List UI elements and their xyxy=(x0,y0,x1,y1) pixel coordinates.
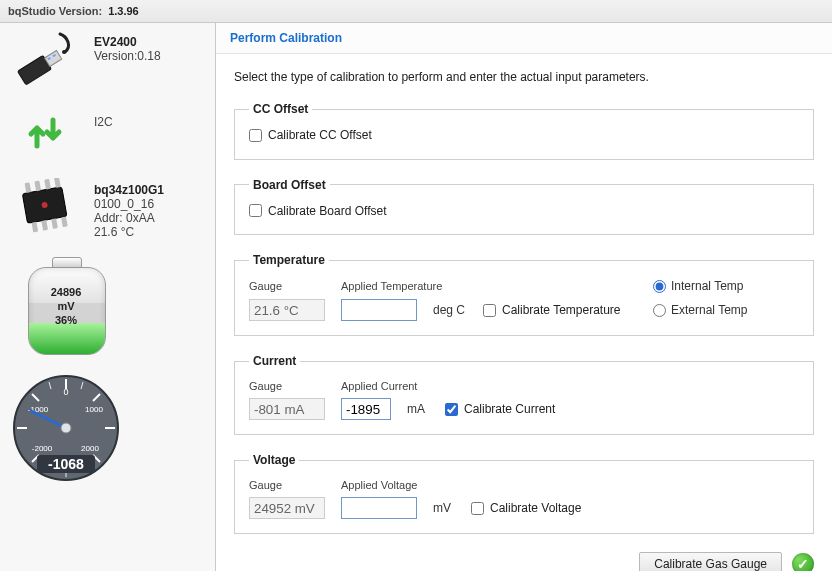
sidebar-bus: I2C xyxy=(6,105,209,161)
checkbox-calibrate-current-input[interactable] xyxy=(445,403,458,416)
gauge-label-n2000: -2000 xyxy=(32,444,53,453)
svg-rect-7 xyxy=(32,222,39,233)
current-applied-input[interactable] xyxy=(341,398,391,420)
battery-mv: 24896 mV xyxy=(45,285,87,313)
voltage-applied-header: Applied Voltage xyxy=(341,479,631,491)
fieldset-cc-offset: CC Offset Calibrate CC Offset xyxy=(234,102,814,160)
sidebar-battery: 24896 mV 36% xyxy=(6,257,126,355)
voltage-gauge-header: Gauge xyxy=(249,479,331,491)
gauge-label-n1000: -1000 xyxy=(28,405,49,414)
adapter-version: Version:0.18 xyxy=(94,49,161,63)
legend-voltage: Voltage xyxy=(249,453,299,467)
checkbox-calibrate-temperature-input[interactable] xyxy=(483,304,496,317)
chip-title: bq34z100G1 xyxy=(94,183,164,197)
svg-rect-14 xyxy=(54,178,61,188)
top-bar: bqStudio Version: 1.3.96 xyxy=(0,0,832,23)
sidebar-adapter: EV2400 Version:0.18 xyxy=(6,31,209,87)
radio-external-temp-input[interactable] xyxy=(653,304,666,317)
svg-rect-8 xyxy=(41,220,48,231)
sidebar-chip: bq34z100G1 0100_0_16 Addr: 0xAA 21.6 °C xyxy=(6,179,209,239)
radio-internal-temp-label: Internal Temp xyxy=(671,279,744,293)
checkbox-calibrate-board-offset[interactable]: Calibrate Board Offset xyxy=(249,204,387,218)
app-version-value: 1.3.96 xyxy=(108,5,139,17)
temperature-applied-input[interactable] xyxy=(341,299,417,321)
gauge-reading: -1068 xyxy=(48,456,84,472)
svg-rect-11 xyxy=(25,182,32,193)
chip-temp: 21.6 °C xyxy=(94,225,164,239)
legend-temperature: Temperature xyxy=(249,253,329,267)
radio-external-temp-label: External Temp xyxy=(671,303,747,317)
calibrate-button[interactable]: Calibrate Gas Gauge xyxy=(639,552,782,571)
checkbox-calibrate-cc-offset[interactable]: Calibrate CC Offset xyxy=(249,128,372,142)
bus-label: I2C xyxy=(94,109,113,129)
panel-title: Perform Calibration xyxy=(216,23,832,54)
checkbox-calibrate-voltage-label: Calibrate Voltage xyxy=(490,501,581,515)
temperature-unit: deg C xyxy=(433,303,473,317)
svg-point-27 xyxy=(61,423,71,433)
adapter-title: EV2400 xyxy=(94,35,161,49)
gauge-label-p1000: 1000 xyxy=(85,405,103,414)
svg-point-0 xyxy=(62,50,66,54)
current-applied-header: Applied Current xyxy=(341,380,605,392)
checkbox-calibrate-cc-offset-label: Calibrate CC Offset xyxy=(268,128,372,142)
checkbox-calibrate-cc-offset-input[interactable] xyxy=(249,129,262,142)
radio-internal-temp[interactable]: Internal Temp xyxy=(653,279,773,293)
sidebar-current-gauge: 0 1000 -1000 2000 -2000 -1068 xyxy=(6,373,126,483)
checkbox-calibrate-current-label: Calibrate Current xyxy=(464,402,555,416)
gauge-label-p2000: 2000 xyxy=(81,444,99,453)
voltage-gauge-value xyxy=(249,497,325,519)
checkmark-icon: ✓ xyxy=(792,553,814,571)
checkbox-calibrate-board-offset-label: Calibrate Board Offset xyxy=(268,204,387,218)
panel-intro: Select the type of calibration to perfor… xyxy=(234,70,814,84)
sidebar: EV2400 Version:0.18 I2C xyxy=(0,23,216,571)
fieldset-voltage: Voltage Gauge Applied Voltage mV Calibra… xyxy=(234,453,814,534)
chip-id: 0100_0_16 xyxy=(94,197,164,211)
checkbox-calibrate-temperature-label: Calibrate Temperature xyxy=(502,303,621,317)
voltage-unit: mV xyxy=(433,501,461,515)
radio-internal-temp-input[interactable] xyxy=(653,280,666,293)
checkbox-calibrate-temperature[interactable]: Calibrate Temperature xyxy=(483,303,643,317)
svg-rect-13 xyxy=(44,179,51,190)
svg-rect-10 xyxy=(61,217,68,228)
main-panel: Perform Calibration Select the type of c… xyxy=(216,23,832,571)
svg-rect-12 xyxy=(34,181,41,192)
legend-board-offset: Board Offset xyxy=(249,178,330,192)
temperature-gauge-value xyxy=(249,299,325,321)
checkbox-calibrate-current[interactable]: Calibrate Current xyxy=(445,402,605,416)
current-unit: mA xyxy=(407,402,435,416)
bus-arrows-icon xyxy=(6,105,84,161)
checkbox-calibrate-voltage-input[interactable] xyxy=(471,502,484,515)
radio-external-temp[interactable]: External Temp xyxy=(653,303,773,317)
fieldset-current: Current Gauge Applied Current mA Calibra… xyxy=(234,354,814,435)
battery-pct: 36% xyxy=(45,313,87,327)
current-gauge-header: Gauge xyxy=(249,380,331,392)
temperature-applied-header: Applied Temperature xyxy=(341,280,473,292)
legend-current: Current xyxy=(249,354,300,368)
legend-cc-offset: CC Offset xyxy=(249,102,312,116)
fieldset-board-offset: Board Offset Calibrate Board Offset xyxy=(234,178,814,236)
checkbox-calibrate-voltage[interactable]: Calibrate Voltage xyxy=(471,501,631,515)
app-version-label: bqStudio Version: xyxy=(8,5,102,17)
svg-rect-9 xyxy=(51,218,58,229)
battery-icon: 24896 mV 36% xyxy=(24,257,108,355)
chip-icon xyxy=(6,179,84,235)
chip-addr: Addr: 0xAA xyxy=(94,211,164,225)
current-gauge-value xyxy=(249,398,325,420)
gauge-label-0: 0 xyxy=(63,387,68,397)
usb-adapter-icon xyxy=(6,31,84,87)
temperature-gauge-header: Gauge xyxy=(249,280,331,292)
voltage-applied-input[interactable] xyxy=(341,497,417,519)
fieldset-temperature: Temperature Gauge Applied Temperature In… xyxy=(234,253,814,336)
checkbox-calibrate-board-offset-input[interactable] xyxy=(249,204,262,217)
